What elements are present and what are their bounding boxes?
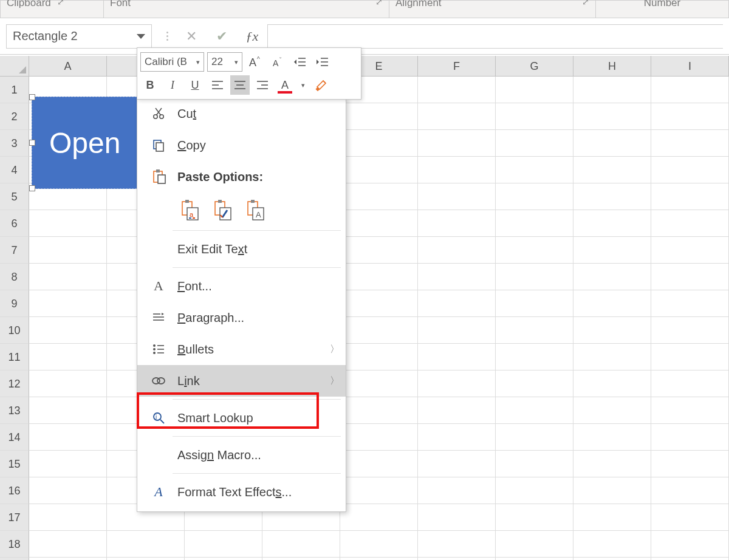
cell[interactable] (340, 103, 418, 130)
menu-format-text-effects[interactable]: A Format Text Effects... (137, 476, 346, 508)
cell[interactable] (262, 558, 340, 560)
cell[interactable] (418, 344, 496, 370)
cell[interactable] (29, 477, 107, 504)
resize-handle[interactable] (29, 140, 35, 146)
cell[interactable] (573, 424, 651, 451)
dialog-launcher-icon[interactable]: ⤢ (57, 0, 64, 6)
cell[interactable] (29, 317, 107, 344)
cell[interactable] (573, 77, 651, 103)
cell[interactable] (418, 370, 496, 397)
cell[interactable] (496, 77, 573, 103)
cell[interactable] (651, 210, 729, 237)
cell[interactable] (651, 504, 729, 531)
format-painter-button[interactable] (312, 75, 331, 95)
cell[interactable] (29, 558, 107, 560)
cell[interactable] (651, 370, 729, 397)
row-header[interactable]: 19 (0, 558, 29, 560)
paste-text-only-button[interactable]: A (243, 197, 267, 223)
cell[interactable] (573, 264, 651, 290)
cell[interactable] (340, 451, 418, 477)
align-center-button[interactable] (230, 75, 250, 95)
cell[interactable] (573, 237, 651, 264)
menu-smart-lookup[interactable]: i Smart Lookup (137, 402, 346, 434)
cell[interactable] (107, 558, 185, 560)
cell[interactable] (340, 397, 418, 424)
cell[interactable] (573, 210, 651, 237)
cell[interactable] (651, 157, 729, 183)
font-color-button[interactable]: A (275, 75, 295, 95)
cell[interactable] (651, 103, 729, 130)
row-header[interactable]: 17 (0, 504, 29, 531)
cell[interactable] (651, 183, 729, 210)
cell[interactable] (573, 477, 651, 504)
cell[interactable] (573, 558, 651, 560)
dialog-launcher-icon[interactable]: ⤢ (582, 0, 589, 6)
cell[interactable] (651, 264, 729, 290)
align-left-button[interactable] (208, 75, 227, 95)
cell[interactable] (496, 210, 573, 237)
cell[interactable] (573, 290, 651, 317)
row-header[interactable]: 4 (0, 157, 29, 183)
column-header[interactable]: F (418, 56, 496, 77)
cell[interactable] (651, 477, 729, 504)
cell[interactable] (340, 210, 418, 237)
menu-paragraph[interactable]: Paragraph... (137, 302, 346, 333)
cell[interactable] (418, 504, 496, 531)
row-header[interactable]: 10 (0, 317, 29, 344)
bold-button[interactable]: B (140, 75, 160, 95)
cell[interactable] (496, 237, 573, 264)
menu-assign-macro[interactable]: Assign Macro... (137, 439, 346, 471)
increase-indent-button[interactable] (313, 52, 332, 72)
cell[interactable] (573, 317, 651, 344)
cell[interactable] (340, 264, 418, 290)
cell[interactable] (340, 531, 418, 558)
cell[interactable] (418, 477, 496, 504)
cell[interactable] (340, 157, 418, 183)
cell[interactable] (651, 424, 729, 451)
row-header[interactable]: 9 (0, 290, 29, 317)
menu-exit-edit-text[interactable]: Exit Edit Text (137, 233, 346, 265)
cell[interactable] (496, 344, 573, 370)
cell[interactable] (418, 210, 496, 237)
row-header[interactable]: 15 (0, 451, 29, 477)
menu-copy[interactable]: Copy (137, 129, 346, 161)
cell[interactable] (496, 317, 573, 344)
cell[interactable] (496, 183, 573, 210)
row-header[interactable]: 14 (0, 424, 29, 451)
menu-cut[interactable]: Cut (137, 98, 346, 129)
cell[interactable] (573, 130, 651, 157)
cell[interactable] (496, 130, 573, 157)
cell[interactable] (496, 103, 573, 130)
column-header[interactable]: G (496, 56, 573, 77)
cell[interactable] (651, 130, 729, 157)
cell[interactable] (573, 451, 651, 477)
row-header[interactable]: 18 (0, 531, 29, 558)
cell[interactable] (418, 397, 496, 424)
cell[interactable] (29, 237, 107, 264)
cell[interactable] (496, 424, 573, 451)
cell[interactable] (418, 264, 496, 290)
cell[interactable] (496, 264, 573, 290)
cell[interactable] (185, 558, 262, 560)
menu-link[interactable]: Link 〉 (137, 365, 346, 397)
underline-button[interactable]: U (185, 75, 205, 95)
cell[interactable] (418, 531, 496, 558)
cell[interactable] (651, 558, 729, 560)
cell[interactable] (340, 317, 418, 344)
cell[interactable] (573, 157, 651, 183)
cell[interactable] (29, 264, 107, 290)
cell[interactable] (340, 237, 418, 264)
insert-function-button[interactable]: ƒx (237, 24, 267, 49)
cell[interactable] (651, 317, 729, 344)
cell[interactable] (340, 130, 418, 157)
cells-area[interactable]: Open (29, 77, 729, 560)
align-right-button[interactable] (253, 75, 272, 95)
paste-keep-source-button[interactable]: a (177, 197, 202, 223)
cell[interactable] (340, 424, 418, 451)
cell[interactable] (651, 237, 729, 264)
cell[interactable] (496, 504, 573, 531)
cell[interactable] (29, 424, 107, 451)
menu-font[interactable]: A Font... (137, 270, 346, 302)
cell[interactable] (496, 370, 573, 397)
name-box[interactable]: Rectangle 2 (6, 24, 152, 49)
